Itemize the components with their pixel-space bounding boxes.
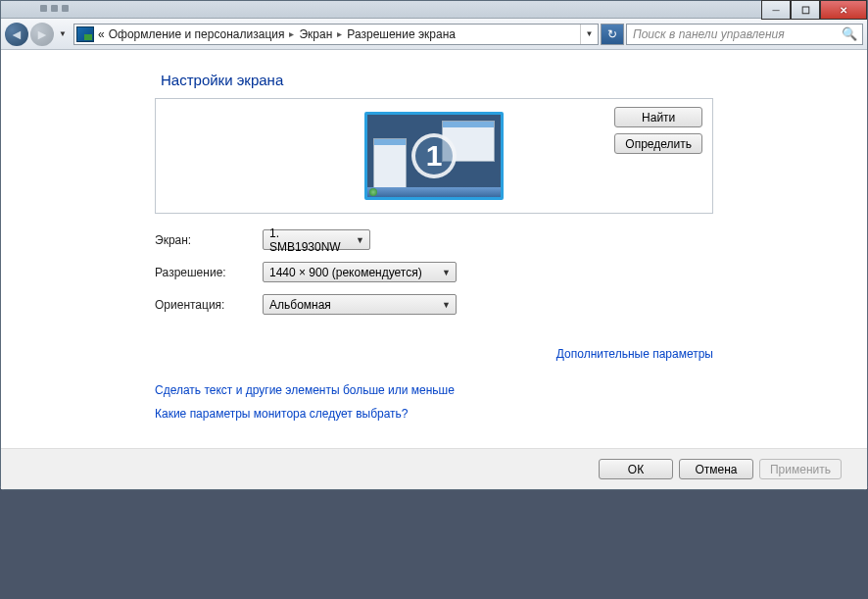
- orientation-label: Ориентация:: [155, 298, 263, 312]
- search-placeholder: Поиск в панели управления: [633, 27, 785, 41]
- search-input[interactable]: Поиск в панели управления 🔍: [626, 24, 863, 45]
- apply-button[interactable]: Применить: [759, 459, 842, 479]
- page-title: Настройки экрана: [161, 72, 713, 88]
- refresh-button[interactable]: ↻: [601, 24, 624, 45]
- chevron-down-icon: ▼: [442, 268, 451, 277]
- display-preview-box: 1 Найти Определить: [155, 98, 713, 214]
- chevron-right-icon: ▸: [289, 28, 294, 39]
- find-button[interactable]: Найти: [614, 107, 702, 127]
- breadcrumb-item[interactable]: Разрешение экрана: [347, 27, 456, 41]
- titlebar[interactable]: ─ ☐ ✕: [1, 1, 867, 19]
- resolution-select[interactable]: 1440 × 900 (рекомендуется) ▼: [263, 262, 457, 282]
- chevron-down-icon: ▼: [442, 300, 451, 310]
- orientation-select[interactable]: Альбомная ▼: [263, 294, 457, 315]
- which-monitor-link[interactable]: Какие параметры монитора следует выбрать…: [155, 407, 713, 421]
- history-dropdown[interactable]: ▼: [56, 25, 70, 44]
- advanced-settings-link[interactable]: Дополнительные параметры: [556, 347, 713, 361]
- address-dropdown[interactable]: ▼: [580, 25, 598, 44]
- minimize-button[interactable]: ─: [761, 0, 791, 20]
- chevron-down-icon: ▼: [356, 235, 364, 245]
- forward-button[interactable]: ►: [30, 23, 54, 46]
- navigation-bar: ◄ ► ▼ « Оформление и персонализация ▸ Эк…: [1, 19, 867, 50]
- button-bar: ОК Отмена Применить: [1, 448, 867, 489]
- close-button[interactable]: ✕: [820, 0, 867, 20]
- control-panel-icon: [76, 26, 94, 42]
- content-area: Настройки экрана 1 Найти Определить: [1, 50, 867, 448]
- screen-select[interactable]: 1. SMB1930NW ▼: [263, 229, 370, 250]
- detect-button[interactable]: Определить: [614, 133, 702, 154]
- maximize-button[interactable]: ☐: [791, 0, 820, 20]
- control-panel-window: ─ ☐ ✕ ◄ ► ▼ « Оформление и персонализаци…: [0, 0, 868, 490]
- address-bar[interactable]: « Оформление и персонализация ▸ Экран ▸ …: [73, 24, 599, 45]
- cancel-button[interactable]: Отмена: [679, 459, 753, 479]
- chevron-right-icon: ▸: [337, 28, 342, 39]
- back-button[interactable]: ◄: [5, 23, 28, 46]
- resolution-label: Разрешение:: [155, 266, 263, 279]
- breadcrumb-item[interactable]: Оформление и персонализация: [109, 27, 285, 41]
- screen-label: Экран:: [155, 233, 263, 247]
- monitor-number: 1: [411, 133, 457, 178]
- search-icon[interactable]: 🔍: [842, 26, 857, 41]
- breadcrumb-item[interactable]: Экран: [299, 27, 332, 41]
- ok-button[interactable]: ОК: [599, 459, 673, 479]
- breadcrumb-chevron: «: [98, 27, 105, 41]
- monitor-thumbnail[interactable]: 1: [364, 112, 504, 200]
- text-size-link[interactable]: Сделать текст и другие элементы больше и…: [155, 383, 713, 397]
